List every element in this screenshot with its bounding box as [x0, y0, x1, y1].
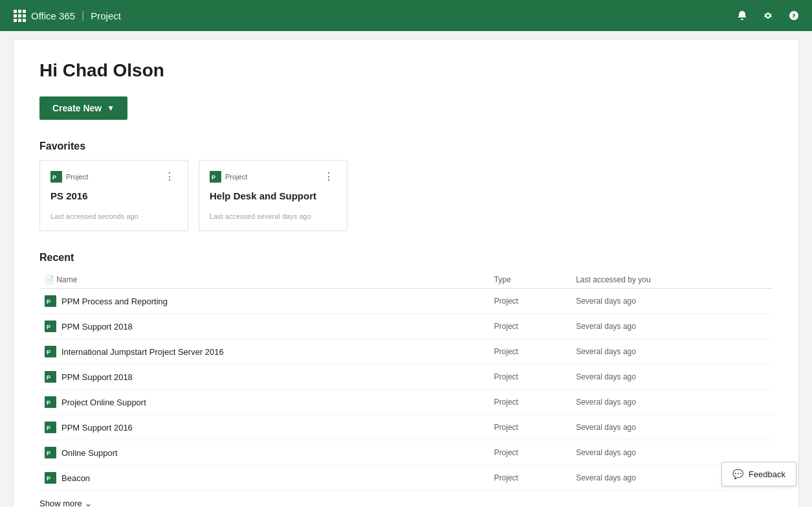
- favorite-card-0-name: PS 2016: [50, 190, 177, 201]
- project-row-icon: P: [45, 295, 56, 307]
- favorites-section: Favorites P Project ⋮: [39, 141, 773, 231]
- favorite-card-0-more[interactable]: ⋮: [162, 172, 177, 182]
- recent-row-7-name: P Beacon: [39, 466, 489, 491]
- help-icon[interactable]: [784, 5, 804, 26]
- show-more-button[interactable]: Show more ⌄: [39, 499, 773, 507]
- svg-text:P: P: [47, 450, 50, 456]
- chevron-down-icon: ▼: [107, 104, 115, 113]
- recent-row-1[interactable]: P PPM Support 2018 ProjectSeveral days a…: [39, 314, 773, 339]
- recent-row-3-accessed: Several days ago: [571, 365, 773, 390]
- recent-row-2-type: Project: [489, 339, 571, 365]
- recent-row-0-accessed: Several days ago: [571, 289, 773, 314]
- project-row-icon: P: [45, 472, 56, 484]
- recent-row-4-type: Project: [489, 390, 571, 415]
- nav-divider: |: [82, 10, 84, 21]
- favorite-card-1-type: Project: [225, 173, 247, 181]
- recent-row-2[interactable]: P International Jumpstart Project Server…: [39, 339, 773, 365]
- office365-link[interactable]: Office 365: [31, 10, 75, 21]
- favorite-card-1-name: Help Desk and Support: [210, 190, 336, 201]
- nav-icons: [732, 5, 804, 26]
- project-row-icon: P: [45, 346, 56, 357]
- feedback-chat-icon: 💬: [732, 469, 743, 479]
- recent-row-3[interactable]: P PPM Support 2018 ProjectSeveral days a…: [39, 365, 773, 390]
- recent-row-7-type: Project: [489, 466, 571, 491]
- favorite-card-1-accessed: Last accessed several days ago: [210, 212, 336, 220]
- favorites-grid: P Project ⋮ PS 2016 Last accessed second…: [39, 160, 773, 231]
- project-icon-1: P: [210, 171, 221, 183]
- recent-row-6-type: Project: [489, 440, 571, 466]
- favorite-card-1-more[interactable]: ⋮: [321, 172, 336, 182]
- create-new-label: Create New: [52, 103, 102, 113]
- col-header-accessed: Last accessed by you: [571, 271, 773, 289]
- svg-text:P: P: [47, 324, 50, 330]
- recent-row-0-type: Project: [489, 289, 571, 314]
- waffle-icon[interactable]: [8, 4, 31, 27]
- recent-row-4[interactable]: P Project Online Support ProjectSeveral …: [39, 390, 773, 415]
- notifications-icon[interactable]: [732, 5, 752, 26]
- recent-row-6[interactable]: P Online Support ProjectSeveral days ago: [39, 440, 773, 466]
- recent-row-2-name: P International Jumpstart Project Server…: [39, 339, 489, 365]
- svg-text:P: P: [52, 174, 56, 181]
- feedback-label: Feedback: [749, 469, 785, 479]
- recent-row-7[interactable]: P Beacon ProjectSeveral days ago: [39, 466, 773, 491]
- feedback-button[interactable]: 💬 Feedback: [721, 462, 796, 486]
- recent-row-2-accessed: Several days ago: [571, 339, 773, 365]
- project-icon-0: P: [50, 171, 62, 183]
- recent-row-1-name: P PPM Support 2018: [39, 314, 489, 339]
- recent-row-5-name: P PPM Support 2016: [39, 415, 489, 440]
- recent-section: Recent 📄 Name Type Last accessed by you …: [39, 252, 773, 507]
- recent-row-5-accessed: Several days ago: [571, 415, 773, 440]
- svg-text:P: P: [47, 374, 50, 381]
- svg-text:P: P: [47, 349, 50, 355]
- recent-table: 📄 Name Type Last accessed by you P PPM P…: [39, 271, 773, 491]
- create-new-button[interactable]: Create New ▼: [39, 96, 127, 120]
- recent-row-0[interactable]: P PPM Process and Reporting ProjectSever…: [39, 289, 773, 314]
- recent-row-5[interactable]: P PPM Support 2016 ProjectSeveral days a…: [39, 415, 773, 440]
- recent-row-4-name: P Project Online Support: [39, 390, 489, 415]
- favorite-card-1[interactable]: P Project ⋮ Help Desk and Support Last a…: [199, 160, 347, 231]
- recent-row-3-name: P PPM Support 2018: [39, 365, 489, 390]
- svg-text:P: P: [47, 400, 50, 406]
- recent-row-0-name: P PPM Process and Reporting: [39, 289, 489, 314]
- settings-icon[interactable]: [758, 5, 778, 26]
- recent-row-6-name: P Online Support: [39, 440, 489, 466]
- top-navigation: Office 365 | Project: [0, 0, 812, 31]
- show-more-chevron-icon: ⌄: [85, 499, 92, 507]
- project-row-icon: P: [45, 422, 56, 433]
- svg-text:P: P: [47, 425, 50, 431]
- recent-row-3-type: Project: [489, 365, 571, 390]
- recent-row-4-accessed: Several days ago: [571, 390, 773, 415]
- favorite-card-0[interactable]: P Project ⋮ PS 2016 Last accessed second…: [39, 160, 188, 231]
- app-name: Project: [91, 10, 121, 21]
- col-header-name: 📄 Name: [39, 271, 489, 289]
- project-row-icon: P: [45, 321, 56, 332]
- file-icon: 📄: [45, 275, 54, 284]
- main-content: Hi Chad Olson Create New ▼ Favorites P: [13, 39, 799, 507]
- project-row-icon: P: [45, 396, 56, 408]
- project-row-icon: P: [45, 447, 56, 458]
- svg-text:P: P: [47, 299, 50, 305]
- svg-text:P: P: [47, 475, 50, 482]
- show-more-label: Show more: [39, 499, 82, 507]
- project-row-icon: P: [45, 371, 56, 383]
- greeting-heading: Hi Chad Olson: [39, 60, 773, 81]
- favorite-card-0-accessed: Last accessed seconds ago: [50, 212, 177, 220]
- recent-row-1-type: Project: [489, 314, 571, 339]
- favorite-card-0-type: Project: [66, 173, 88, 181]
- recent-title: Recent: [39, 252, 773, 264]
- recent-row-1-accessed: Several days ago: [571, 314, 773, 339]
- recent-row-5-type: Project: [489, 415, 571, 440]
- col-header-type: Type: [489, 271, 571, 289]
- svg-text:P: P: [212, 174, 215, 181]
- favorites-title: Favorites: [39, 141, 773, 152]
